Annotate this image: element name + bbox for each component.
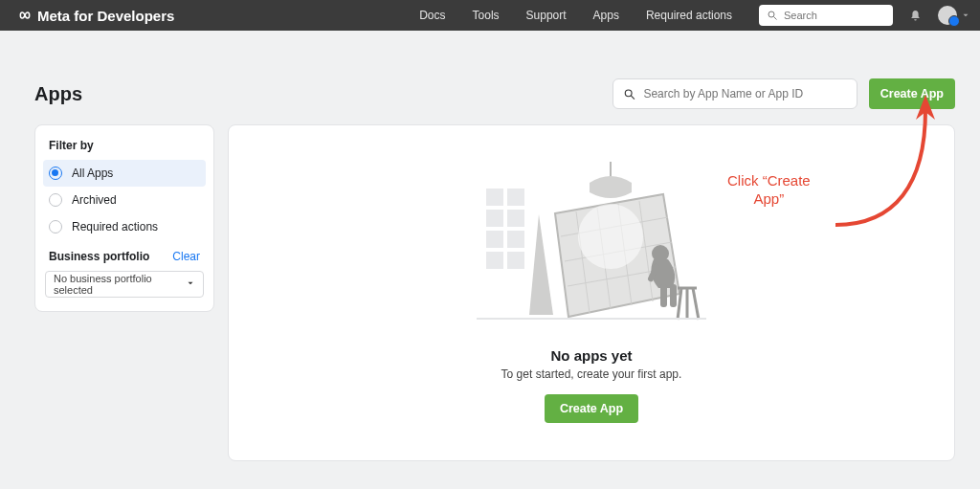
- svg-rect-22: [660, 284, 667, 307]
- brand-logo[interactable]: Meta for Developers: [17, 8, 174, 24]
- filter-required-actions[interactable]: Required actions: [43, 213, 206, 240]
- svg-point-2: [625, 89, 632, 96]
- filter-sidebar: Filter by All Apps Archived Required act…: [34, 124, 214, 312]
- global-search[interactable]: [759, 5, 893, 26]
- search-icon: [623, 87, 636, 101]
- global-search-input[interactable]: [784, 10, 880, 21]
- business-portfolio-label: Business portfolio: [49, 250, 149, 263]
- svg-point-20: [578, 204, 643, 269]
- empty-create-app-button[interactable]: Create App: [545, 394, 638, 423]
- filter-all-apps[interactable]: All Apps: [43, 160, 206, 187]
- apps-panel: No apps yet To get started, create your …: [228, 124, 955, 461]
- nav-link-apps[interactable]: Apps: [580, 9, 633, 22]
- nav-link-docs[interactable]: Docs: [406, 9, 458, 22]
- svg-rect-5: [507, 189, 524, 206]
- empty-state-title: No apps yet: [550, 347, 632, 364]
- svg-rect-10: [486, 252, 503, 269]
- brand-text: Meta for Developers: [37, 8, 174, 24]
- radio-icon: [49, 167, 62, 180]
- svg-line-1: [774, 17, 777, 20]
- filter-by-label: Filter by: [43, 137, 206, 160]
- svg-point-0: [768, 11, 774, 17]
- top-nav: Meta for Developers Docs Tools Support A…: [0, 0, 980, 31]
- business-portfolio-select[interactable]: No business portfolio selected: [45, 271, 204, 298]
- svg-rect-11: [507, 252, 524, 269]
- empty-illustration: [477, 162, 706, 324]
- account-menu[interactable]: [938, 6, 970, 25]
- svg-rect-8: [486, 231, 503, 248]
- nav-link-required-actions[interactable]: Required actions: [633, 9, 746, 22]
- app-search-input[interactable]: [643, 87, 846, 100]
- svg-line-3: [631, 96, 634, 99]
- chevron-down-icon: [961, 9, 970, 23]
- svg-rect-6: [486, 210, 503, 227]
- radio-icon: [49, 220, 62, 233]
- search-icon: [767, 10, 778, 21]
- filter-archived[interactable]: Archived: [43, 187, 206, 213]
- avatar: [938, 6, 957, 25]
- svg-rect-9: [507, 231, 524, 248]
- page-header: Apps Create App: [34, 78, 955, 109]
- notifications-button[interactable]: [908, 9, 923, 23]
- meta-infinity-icon: [17, 8, 33, 23]
- svg-rect-23: [670, 284, 677, 307]
- svg-rect-4: [486, 189, 503, 206]
- filter-label: Archived: [72, 193, 117, 207]
- nav-link-support[interactable]: Support: [513, 9, 580, 22]
- filter-label: Required actions: [72, 220, 158, 233]
- clear-portfolio-link[interactable]: Clear: [172, 250, 200, 263]
- app-search[interactable]: [612, 78, 858, 109]
- svg-line-27: [693, 288, 699, 320]
- bell-icon: [908, 9, 923, 23]
- caret-down-icon: [186, 278, 195, 290]
- portfolio-select-value: No business portfolio selected: [54, 273, 186, 296]
- create-app-button[interactable]: Create App: [869, 78, 955, 109]
- page-title: Apps: [34, 83, 82, 105]
- nav-link-tools[interactable]: Tools: [459, 9, 513, 22]
- radio-icon: [49, 193, 62, 207]
- empty-state-subtitle: To get started, create your first app.: [501, 367, 682, 381]
- svg-rect-7: [507, 210, 524, 227]
- filter-label: All Apps: [72, 167, 113, 180]
